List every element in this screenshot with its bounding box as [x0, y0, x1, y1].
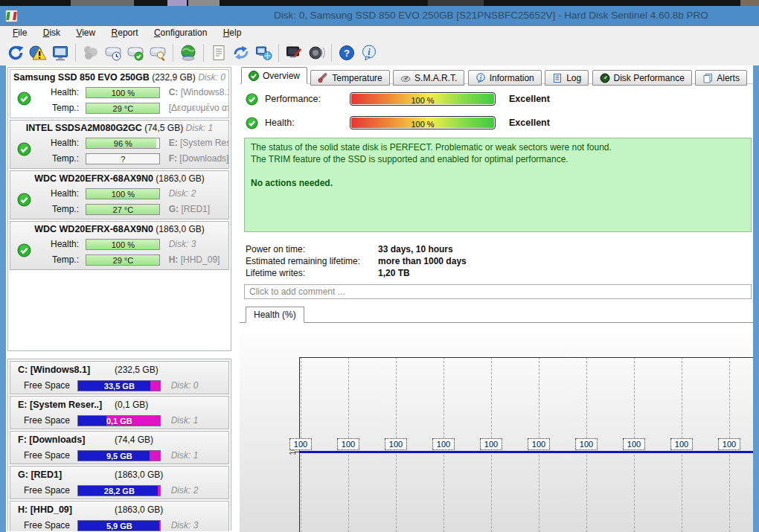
data-point-label: 100	[670, 438, 693, 450]
health-bar: 100 %	[86, 87, 160, 98]
acoustic-power-icon[interactable]	[306, 42, 327, 63]
menu-report[interactable]: Report	[105, 26, 145, 40]
network-disks-icon[interactable]	[253, 42, 274, 63]
status-warning-icon[interactable]	[28, 42, 48, 63]
report-icon[interactable]	[208, 42, 229, 63]
partition-size: (74,4 GB)	[115, 432, 153, 449]
disk-number: Disk: 3	[171, 520, 199, 531]
health-label: Health:	[36, 135, 79, 151]
disk-size: (1863,0 GB)	[156, 224, 204, 234]
disk-ok-icon[interactable]	[125, 42, 146, 63]
window-title: Disk: 0, Samsung SSD 850 EVO 250GB [S21P…	[274, 10, 708, 21]
data-point-label: 100	[480, 438, 502, 450]
tab-log[interactable]: Log	[545, 70, 589, 86]
performance-row: Performance: 100 % Excellent	[240, 92, 753, 107]
disk-item-0[interactable]: Samsung SSD 850 EVO 250GB (232,9 GB) Dis…	[10, 69, 229, 118]
menu-file[interactable]: File	[6, 26, 33, 40]
partition-item-g[interactable]: G: [RED1](1863,0 GB) Free Space 28,2 GB …	[10, 466, 229, 499]
partition-item-e[interactable]: E: [System Reser..](0,1 GB) Free Space 0…	[10, 396, 229, 429]
temp-bar: 27 °C	[86, 204, 160, 215]
partition-name: E: [System Reser..]	[18, 400, 102, 410]
tab-temperature[interactable]: Temperature	[310, 70, 389, 86]
disk-name: WDC WD20EFRX-68AX9N0	[34, 173, 153, 184]
health-row: Health: 100 % Excellent	[240, 116, 753, 131]
partition-item-h[interactable]: H: [HHD_09](1863,0 GB) Free Space 5,9 GB…	[10, 501, 229, 531]
partition-size: (1863,0 GB)	[115, 501, 163, 519]
disk-clock-icon[interactable]	[103, 42, 124, 63]
remaining-lifetime-row: Estimated remaining lifetime:more than 1…	[246, 255, 692, 267]
information-icon[interactable]: i	[359, 42, 380, 63]
volume-ref: E: [System Reserved],	[169, 138, 228, 148]
performance-gauge-icon	[600, 73, 610, 83]
help-icon[interactable]: ?	[336, 42, 357, 63]
free-space-bar: 5,9 GB	[77, 520, 161, 531]
data-point-label: 100	[289, 438, 312, 450]
health-rating: Excellent	[509, 116, 550, 129]
sync-icon[interactable]	[231, 42, 252, 63]
toolbar-separator	[203, 44, 204, 62]
temp-label: Temp.:	[36, 252, 79, 268]
surface-test-icon[interactable]	[284, 42, 304, 63]
disk-item-3[interactable]: WDC WD20EFRX-68AX9N0 (1863,0 GB) Health:…	[10, 221, 229, 270]
disk-size: (232,9 GB)	[152, 72, 196, 83]
disk-item-1[interactable]: INTEL SSDSA2M080G2GC (74,5 GB) Disk: 1 H…	[10, 120, 229, 169]
window-frame-right	[753, 65, 759, 532]
app-icon[interactable]	[5, 10, 18, 22]
disk-number: Disk: 3	[169, 239, 196, 249]
background-window-strip	[0, 0, 759, 6]
partition-name: F: [Downloads]	[18, 435, 85, 445]
tab-strip: Overview Temperature S.M.A.R.T. iInforma…	[240, 67, 753, 84]
health-chart: 100 100 100 100 100 100 100 100 100 100 …	[240, 324, 753, 532]
tab-alerts[interactable]: Alerts	[695, 70, 747, 86]
partition-item-c[interactable]: C: [Windows8.1](232,5 GB) Free Space 33,…	[10, 361, 229, 394]
tab-health-graph[interactable]: Health (%)	[246, 307, 304, 323]
overview-monitor-icon[interactable]	[50, 42, 71, 63]
free-space-bar: 33,5 GB	[77, 380, 161, 391]
performance-rating: Excellent	[509, 92, 550, 106]
window-frame-left	[0, 65, 6, 532]
disk-name: WDC WD20EFRX-68AX9N0	[34, 224, 153, 234]
health-label: Health:	[36, 186, 79, 202]
menu-disk[interactable]: Disk	[36, 26, 67, 40]
disk-analyse-icon[interactable]	[147, 42, 168, 63]
menu-help[interactable]: Help	[217, 26, 249, 40]
check-icon	[249, 71, 259, 81]
health-label: Health:	[265, 116, 295, 129]
volume-ref: H: [HHD_09]	[169, 254, 220, 265]
data-point-label: 100	[575, 438, 598, 450]
world-online-icon[interactable]	[178, 42, 199, 63]
tab-smart[interactable]: S.M.A.R.T.	[393, 70, 464, 86]
disk-item-2[interactable]: WDC WD20EFRX-68AX9N0 (1863,0 GB) Health:…	[10, 170, 229, 219]
alerts-pages-icon	[702, 73, 713, 83]
partition-size: (1863,0 GB)	[115, 467, 163, 484]
partition-item-f[interactable]: F: [Downloads](74,4 GB) Free Space 9,5 G…	[10, 431, 229, 464]
data-point-label: 100	[623, 438, 645, 450]
plot-border-top	[299, 357, 753, 358]
log-document-icon	[552, 73, 563, 83]
free-space-bar: 0,1 GB	[77, 415, 161, 426]
health-label: Health:	[36, 237, 79, 252]
comment-input[interactable]	[244, 284, 752, 299]
partition-name: H: [HHD_09]	[18, 504, 72, 515]
menu-view[interactable]: View	[69, 26, 102, 40]
tab-overview[interactable]: Overview	[241, 67, 307, 84]
menu-configuration[interactable]: Configuration	[147, 26, 214, 40]
health-bar: 100 %	[86, 239, 160, 250]
check-icon	[246, 117, 258, 129]
acoustic-disabled-icon[interactable]	[80, 42, 101, 63]
refresh-icon[interactable]	[5, 42, 26, 63]
title-bar: Disk: 0, Samsung SSD 850 EVO 250GB [S21P…	[0, 6, 759, 26]
data-point-label: 100	[337, 438, 359, 450]
partition-name: G: [RED1]	[18, 469, 62, 480]
disk-number: Disk: 0	[198, 72, 225, 83]
toolbar-separator	[173, 44, 173, 62]
tab-information[interactable]: iInformation	[468, 70, 542, 86]
disk-number: Disk: 1	[171, 415, 199, 426]
volume-ref: G: [RED1]	[169, 204, 210, 214]
tab-disk-performance[interactable]: Disk Performance	[592, 70, 692, 86]
disk-number: Disk: 2	[171, 485, 199, 496]
health-label: Health:	[36, 85, 79, 100]
main-panel: Overview Temperature S.M.A.R.T. iInforma…	[240, 65, 753, 532]
health-bar: 100 %	[86, 188, 160, 199]
disk-number: Disk: 0	[171, 380, 199, 391]
